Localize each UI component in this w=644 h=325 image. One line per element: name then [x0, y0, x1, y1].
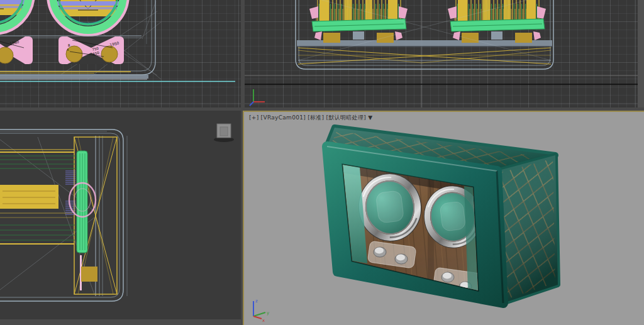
- bracket-left[interactable]: 1960: [0, 36, 33, 64]
- window-edge: [0, 319, 241, 325]
- top-wireframe-drawing: 1960 1950 750 650 B A: [0, 0, 241, 107]
- window-edge: [638, 0, 644, 107]
- bracket-center[interactable]: 1950 750 650 B A: [58, 36, 124, 64]
- front-wireframe-drawing: [245, 0, 638, 107]
- scene-object-icon[interactable]: [214, 124, 234, 142]
- olive-block: [81, 267, 97, 282]
- mark-text: A: [67, 48, 69, 52]
- rendered-scene: z y x: [244, 112, 644, 325]
- axis-z-label: z: [255, 299, 258, 304]
- winder-mechanism-left[interactable]: [309, 0, 408, 43]
- viewport-front-wireframe[interactable]: [245, 0, 638, 107]
- viewport-top-wireframe[interactable]: 1960 1950 750 650 B A: [0, 0, 241, 107]
- viewport-label[interactable]: [+] [VRayCam001] [标准] [默认明暗处理] ▼: [249, 114, 372, 122]
- winder-ring-left[interactable]: [0, 0, 33, 33]
- axis-tripod-icon: z y x: [253, 299, 269, 323]
- viewport-side-wireframe[interactable]: [0, 111, 241, 325]
- viewport-camera[interactable]: [+] [VRayCam001] [标准] [默认明暗处理] ▼: [243, 111, 644, 325]
- winder-ring-right[interactable]: [48, 0, 128, 35]
- axis-x-label: x: [262, 318, 265, 323]
- watch-winder-box[interactable]: [327, 128, 558, 303]
- axis-y-label: y: [267, 311, 269, 316]
- side-wireframe-drawing: [0, 111, 241, 325]
- winder-mechanism-right[interactable]: [448, 0, 546, 43]
- case-bottom-band: [0, 75, 148, 79]
- max-viewport-area: 1960 1950 750 650 B A: [0, 0, 644, 325]
- winder-coil-side[interactable]: [77, 151, 87, 253]
- mark-text: B: [68, 43, 70, 47]
- axis-tripod-icon: [248, 87, 267, 108]
